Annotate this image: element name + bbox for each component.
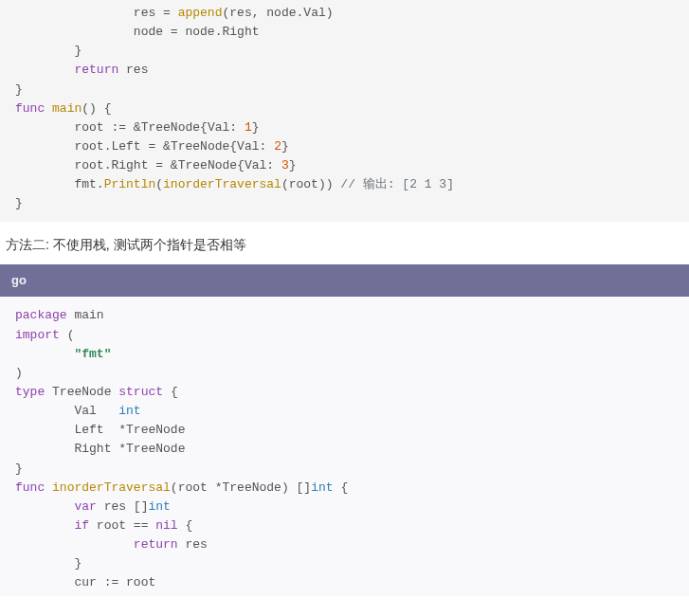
code-line: Left *TreeNode [0, 421, 689, 440]
code-line: var res []int [0, 498, 689, 516]
language-header: go [0, 264, 689, 297]
code-line: res = append(res, node.Val) [0, 4, 689, 23]
code-line: } [0, 460, 689, 479]
code-line: cur := root [0, 573, 689, 592]
code-line: return res [0, 535, 689, 554]
code-line: } [0, 194, 689, 213]
code-line: root := &TreeNode{Val: 1} [0, 118, 689, 137]
code-line: package main [0, 306, 689, 325]
code-line: } [0, 42, 689, 61]
code-line: node = node.Right [0, 23, 689, 42]
code-line: "fmt" [0, 345, 689, 364]
code-line: Val int [0, 402, 689, 421]
code-line: } [0, 554, 689, 573]
code-line: fmt.Println(inorderTraversal(root)) // 输… [0, 175, 689, 194]
code-line: } [0, 81, 689, 100]
code-line: Right *TreeNode [0, 440, 689, 459]
code-line: import ( [0, 326, 689, 345]
code-line: root.Left = &TreeNode{Val: 2} [0, 137, 689, 156]
code-block-bottom: package mainimport ( "fmt")type TreeNode… [0, 297, 689, 596]
code-line: root.Right = &TreeNode{Val: 3} [0, 156, 689, 175]
code-line: func main() { [0, 100, 689, 118]
code-block-top: res = append(res, node.Val) node = node.… [0, 0, 689, 222]
method-two-heading: 方法二: 不使用栈, 测试两个指针是否相等 [0, 235, 689, 256]
code-line: func inorderTraversal(root *TreeNode) []… [0, 479, 689, 498]
code-line: type TreeNode struct { [0, 383, 689, 402]
code-line: return res [0, 61, 689, 80]
code-line: ) [0, 364, 689, 383]
code-line: if root == nil { [0, 516, 689, 535]
